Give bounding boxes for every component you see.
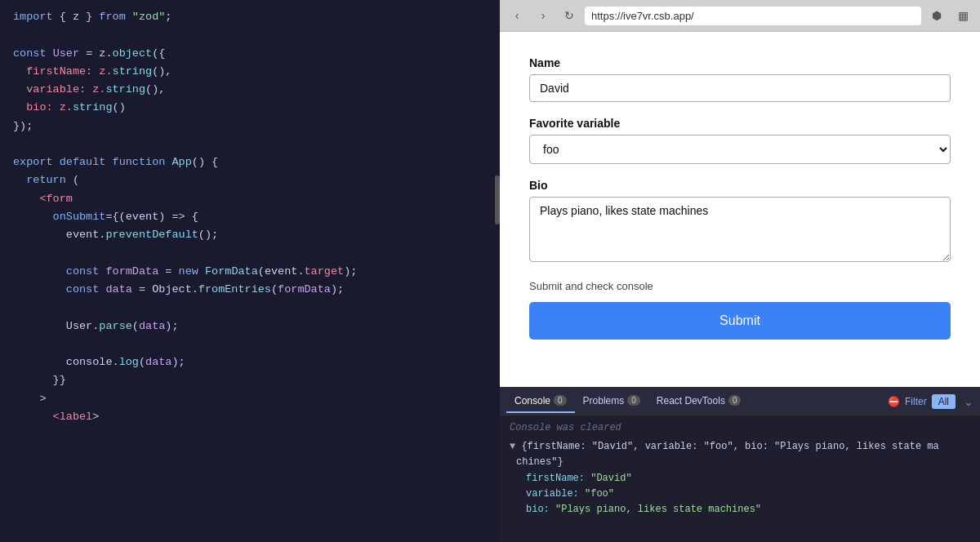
bio-textarea[interactable]: Plays piano, likes state machines [529,197,951,262]
console-output-line1b: chines"} [510,455,970,470]
refresh-button[interactable]: ↻ [559,5,580,26]
code-content: import { z } from "zod"; const User = z.… [0,0,500,434]
name-field-group: Name [529,56,951,102]
name-label: Name [529,56,951,69]
console-bio-line: bio: "Plays piano, likes state machines" [510,502,970,518]
console-tabs: Console 0 Problems 0 React DevTools 0 ⛔ … [500,388,980,415]
console-output-collapsed[interactable]: ▼ {firstName: "David", variable: "foo", … [510,439,970,455]
name-input[interactable] [529,74,951,102]
browser-panel: ‹ › ↻ ⬢ ▦ Name Favorite variable foo bar… [500,0,980,542]
filter-all-button[interactable]: All [932,394,956,409]
tab-view-icon[interactable]: ▦ [952,5,973,26]
console-variable-line: variable: "foo" [510,486,970,502]
console-output-line1: {firstName: "David", variable: "foo", bi… [521,441,938,452]
bio-field-group: Bio Plays piano, likes state machines [529,179,951,265]
back-button[interactable]: ‹ [506,5,528,26]
console-cleared-message: Console was cleared [510,420,970,436]
bio-val: "Plays piano, likes state machines" [555,504,761,515]
tab-problems[interactable]: Problems 0 [575,390,648,413]
variable-field-group: Favorite variable foo bar baz [529,117,951,164]
browser-chrome: ‹ › ↻ ⬢ ▦ [500,0,980,32]
extensions-icon[interactable]: ⬢ [926,5,947,26]
browser-page: Name Favorite variable foo bar baz Bio P… [500,32,980,387]
console-panel: Console 0 Problems 0 React DevTools 0 ⛔ … [500,387,980,542]
bio-key: bio: [526,504,555,515]
firstname-key: firstName: [526,473,590,484]
code-editor: import { z } from "zod"; const User = z.… [0,0,500,542]
firstname-val: "David" [590,473,631,484]
console-body: Console was cleared ▼ {firstName: "David… [500,415,980,542]
variable-key: variable: [526,488,585,500]
scrollbar-grip[interactable] [495,175,500,224]
url-bar[interactable] [585,7,921,25]
variable-val: "foo" [585,488,614,500]
forward-button[interactable]: › [532,5,554,26]
tab-console[interactable]: Console 0 [506,390,575,413]
filter-button[interactable]: Filter [905,396,927,407]
console-filter-area: ⛔ Filter All ⌄ [888,394,973,409]
bio-label: Bio [529,179,951,192]
variable-select[interactable]: foo bar baz [529,135,951,164]
tab-react-devtools[interactable]: React DevTools 0 [648,390,750,413]
filter-icon: ⛔ [888,396,900,407]
console-chevron-icon[interactable]: ⌄ [964,395,973,408]
console-firstname-line: firstName: "David" [510,471,970,486]
form-hint: Submit and check console [529,280,951,292]
variable-label: Favorite variable [529,117,951,130]
expand-triangle-icon[interactable]: ▼ [510,441,515,452]
submit-button[interactable]: Submit [529,302,951,340]
